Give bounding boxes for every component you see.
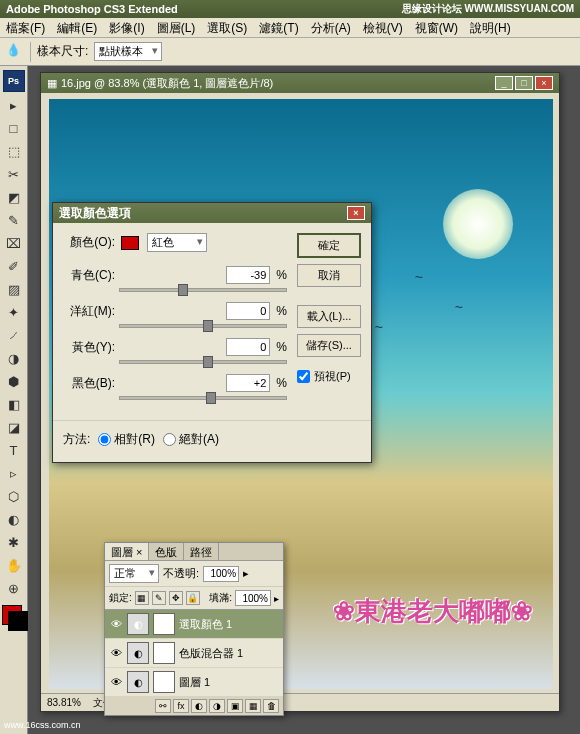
blend-mode-dropdown[interactable]: 正常 [109,564,159,583]
layer-thumbnail[interactable]: ◐ [127,671,149,693]
slider-value-input[interactable] [226,338,270,356]
brush-tool[interactable]: ✐ [3,256,25,276]
slider-thumb[interactable] [203,320,213,332]
pen-tool[interactable]: ◪ [3,417,25,437]
method-absolute-radio[interactable] [163,433,176,446]
save-button[interactable]: 儲存(S)... [297,334,361,357]
preview-checkbox[interactable] [297,370,310,383]
slice-tool[interactable]: ✎ [3,210,25,230]
menu-select[interactable]: 選取(S) [201,18,253,37]
lock-image-icon[interactable]: ✎ [152,591,166,605]
opacity-input[interactable] [203,566,239,582]
lock-all-icon[interactable]: 🔒 [186,591,200,605]
layer-item[interactable]: 👁 ◐ 色版混合器 1 [105,639,283,668]
mask-thumbnail[interactable] [153,671,175,693]
mask-thumbnail[interactable] [153,613,175,635]
preview-label: 預視(P) [314,369,351,384]
blur-tool[interactable]: ⬢ [3,371,25,391]
menu-filter[interactable]: 濾鏡(T) [253,18,304,37]
tab-layers[interactable]: 圖層 × [105,543,149,560]
slider-track[interactable] [119,324,287,328]
eyedropper-icon[interactable]: 💧 [6,43,24,61]
slider-value-input[interactable] [226,266,270,284]
menu-help[interactable]: 說明(H) [464,18,517,37]
layer-thumbnail[interactable]: ◐ [127,613,149,635]
gradient-tool[interactable]: ◑ [3,348,25,368]
layer-item[interactable]: 👁 ◐ 圖層 1 [105,668,283,697]
minimize-button[interactable]: _ [495,76,513,90]
shape-tool[interactable]: ⬡ [3,486,25,506]
history-brush-tool[interactable]: ✦ [3,302,25,322]
layer-style-icon[interactable]: fx [173,699,189,713]
fill-input[interactable] [235,590,271,606]
slider-track[interactable] [119,396,287,400]
layer-name[interactable]: 選取顏色 1 [179,617,232,632]
slider-thumb[interactable] [178,284,188,296]
visibility-icon[interactable]: 👁 [109,647,123,659]
slider-track[interactable] [119,360,287,364]
lock-transparency-icon[interactable]: ▦ [135,591,149,605]
hand-tool[interactable]: ✋ [3,555,25,575]
method-relative-radio[interactable] [98,433,111,446]
layer-thumbnail[interactable]: ◐ [127,642,149,664]
eyedropper-tool[interactable]: ✱ [3,532,25,552]
dropdown-arrow-icon[interactable]: ▸ [243,567,249,580]
new-folder-icon[interactable]: ▣ [227,699,243,713]
healing-tool[interactable]: ⌧ [3,233,25,253]
menu-view[interactable]: 檢視(V) [357,18,409,37]
tab-channels[interactable]: 色版 [149,543,184,560]
slider-value-input[interactable] [226,374,270,392]
dialog-titlebar[interactable]: 選取顏色選項 × [53,203,371,223]
layer-name[interactable]: 色版混合器 1 [179,646,243,661]
mask-thumbnail[interactable] [153,642,175,664]
colors-dropdown[interactable]: 紅色 [147,233,207,252]
slider-value-input[interactable] [226,302,270,320]
close-button[interactable]: × [535,76,553,90]
dialog-close-button[interactable]: × [347,206,365,220]
delete-layer-icon[interactable]: 🗑 [263,699,279,713]
lasso-tool[interactable]: ⬚ [3,141,25,161]
menubar: 檔案(F) 編輯(E) 影像(I) 圖層(L) 選取(S) 濾鏡(T) 分析(A… [0,18,580,38]
eraser-tool[interactable]: ⟋ [3,325,25,345]
layer-item[interactable]: 👁 ◐ 選取顏色 1 [105,610,283,639]
menu-image[interactable]: 影像(I) [103,18,150,37]
menu-file[interactable]: 檔案(F) [0,18,51,37]
new-layer-icon[interactable]: ▦ [245,699,261,713]
slider-thumb[interactable] [206,392,216,404]
sample-size-dropdown[interactable]: 點狀樣本 [94,42,162,61]
method-label: 方法: [63,431,90,448]
dropdown-arrow-icon[interactable]: ▸ [274,593,279,604]
notes-tool[interactable]: ◐ [3,509,25,529]
layer-name[interactable]: 圖層 1 [179,675,210,690]
document-titlebar[interactable]: ▦ 16.jpg @ 83.8% (選取顏色 1, 圖層遮色片/8) _ □ × [41,73,559,93]
visibility-icon[interactable]: 👁 [109,618,123,630]
zoom-tool[interactable]: ⊕ [3,578,25,598]
zoom-level[interactable]: 83.81% [47,697,81,708]
type-tool[interactable]: T [3,440,25,460]
tab-paths[interactable]: 路徑 [184,543,219,560]
lock-position-icon[interactable]: ✥ [169,591,183,605]
move-tool[interactable]: ▸ [3,95,25,115]
slider-thumb[interactable] [203,356,213,368]
load-button[interactable]: 載入(L)... [297,305,361,328]
stamp-tool[interactable]: ▨ [3,279,25,299]
menu-edit[interactable]: 編輯(E) [51,18,103,37]
crop-tool[interactable]: ◩ [3,187,25,207]
link-layers-icon[interactable]: ⚯ [155,699,171,713]
marquee-tool[interactable]: □ [3,118,25,138]
menu-analysis[interactable]: 分析(A) [305,18,357,37]
path-tool[interactable]: ▹ [3,463,25,483]
dodge-tool[interactable]: ◧ [3,394,25,414]
background-color[interactable] [8,611,28,631]
doc-icon: ▦ [47,77,57,90]
magic-wand-tool[interactable]: ✂ [3,164,25,184]
menu-layer[interactable]: 圖層(L) [151,18,202,37]
ok-button[interactable]: 確定 [297,233,361,258]
visibility-icon[interactable]: 👁 [109,676,123,688]
layer-mask-icon[interactable]: ◐ [191,699,207,713]
slider-track[interactable] [119,288,287,292]
maximize-button[interactable]: □ [515,76,533,90]
menu-window[interactable]: 視窗(W) [409,18,464,37]
cancel-button[interactable]: 取消 [297,264,361,287]
adjustment-layer-icon[interactable]: ◑ [209,699,225,713]
